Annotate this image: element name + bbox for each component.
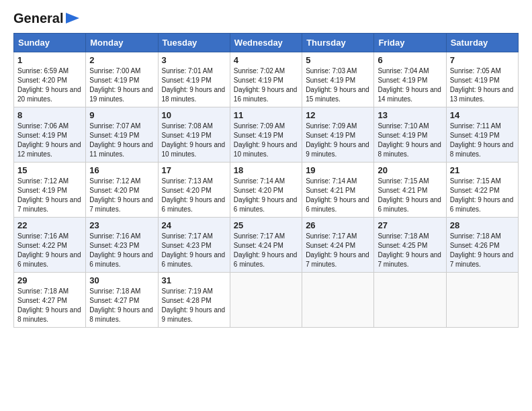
table-row: 7Sunrise: 7:05 AM Sunset: 4:19 PM Daylig…	[446, 52, 518, 107]
table-row: 30Sunrise: 7:18 AM Sunset: 4:27 PM Dayli…	[86, 273, 158, 328]
table-row: 9Sunrise: 7:07 AM Sunset: 4:19 PM Daylig…	[86, 107, 158, 163]
table-row: 21Sunrise: 7:15 AM Sunset: 4:22 PM Dayli…	[446, 163, 518, 218]
day-number: 29	[17, 275, 82, 285]
day-number: 26	[306, 220, 370, 230]
day-info: Sunrise: 7:06 AM Sunset: 4:19 PM Dayligh…	[17, 122, 81, 158]
col-header-sunday: Sunday	[14, 34, 86, 52]
table-row: 31Sunrise: 7:19 AM Sunset: 4:28 PM Dayli…	[158, 273, 230, 328]
calendar-header-row: SundayMondayTuesdayWednesdayThursdayFrid…	[14, 34, 519, 52]
table-row: 16Sunrise: 7:12 AM Sunset: 4:20 PM Dayli…	[86, 163, 158, 218]
day-info: Sunrise: 7:18 AM Sunset: 4:27 PM Dayligh…	[17, 287, 81, 323]
day-number: 27	[378, 220, 442, 230]
day-info: Sunrise: 7:09 AM Sunset: 4:19 PM Dayligh…	[234, 122, 298, 158]
day-info: Sunrise: 7:16 AM Sunset: 4:22 PM Dayligh…	[17, 232, 81, 268]
day-number: 23	[89, 220, 154, 230]
calendar-week-row: 29Sunrise: 7:18 AM Sunset: 4:27 PM Dayli…	[14, 273, 519, 328]
table-row: 3Sunrise: 7:01 AM Sunset: 4:19 PM Daylig…	[158, 52, 230, 107]
day-number: 12	[306, 110, 370, 120]
table-row: 2Sunrise: 7:00 AM Sunset: 4:19 PM Daylig…	[86, 52, 158, 107]
day-info: Sunrise: 7:17 AM Sunset: 4:23 PM Dayligh…	[162, 232, 226, 268]
calendar-week-row: 22Sunrise: 7:16 AM Sunset: 4:22 PM Dayli…	[14, 218, 519, 273]
day-info: Sunrise: 6:59 AM Sunset: 4:20 PM Dayligh…	[17, 67, 81, 103]
day-number: 20	[378, 165, 442, 175]
table-row: 24Sunrise: 7:17 AM Sunset: 4:23 PM Dayli…	[158, 218, 230, 273]
day-number: 6	[378, 55, 442, 65]
svg-marker-0	[66, 13, 79, 24]
col-header-monday: Monday	[86, 34, 158, 52]
day-number: 9	[89, 110, 154, 120]
logo-general-text: General	[13, 11, 63, 26]
day-info: Sunrise: 7:17 AM Sunset: 4:24 PM Dayligh…	[306, 232, 369, 268]
table-row: 8Sunrise: 7:06 AM Sunset: 4:19 PM Daylig…	[14, 107, 86, 163]
day-info: Sunrise: 7:04 AM Sunset: 4:19 PM Dayligh…	[378, 67, 441, 103]
day-number: 17	[162, 165, 226, 175]
day-number: 19	[306, 165, 370, 175]
day-info: Sunrise: 7:01 AM Sunset: 4:19 PM Dayligh…	[162, 67, 226, 103]
day-info: Sunrise: 7:08 AM Sunset: 4:19 PM Dayligh…	[162, 122, 226, 158]
day-number: 4	[234, 55, 298, 65]
day-number: 5	[306, 55, 370, 65]
header: General	[13, 11, 519, 26]
table-row: 22Sunrise: 7:16 AM Sunset: 4:22 PM Dayli…	[14, 218, 86, 273]
table-row: 17Sunrise: 7:13 AM Sunset: 4:20 PM Dayli…	[158, 163, 230, 218]
day-number: 25	[234, 220, 298, 230]
day-info: Sunrise: 7:15 AM Sunset: 4:21 PM Dayligh…	[378, 177, 441, 213]
day-info: Sunrise: 7:03 AM Sunset: 4:19 PM Dayligh…	[306, 67, 369, 103]
table-row	[230, 273, 302, 328]
col-header-tuesday: Tuesday	[158, 34, 230, 52]
col-header-friday: Friday	[374, 34, 446, 52]
day-number: 31	[162, 275, 226, 285]
day-number: 14	[450, 110, 515, 120]
table-row: 28Sunrise: 7:18 AM Sunset: 4:26 PM Dayli…	[446, 218, 518, 273]
day-info: Sunrise: 7:12 AM Sunset: 4:20 PM Dayligh…	[89, 177, 153, 213]
day-info: Sunrise: 7:13 AM Sunset: 4:20 PM Dayligh…	[162, 177, 226, 213]
day-info: Sunrise: 7:16 AM Sunset: 4:23 PM Dayligh…	[89, 232, 153, 268]
day-number: 16	[89, 165, 154, 175]
day-number: 28	[450, 220, 515, 230]
table-row	[374, 273, 446, 328]
table-row: 29Sunrise: 7:18 AM Sunset: 4:27 PM Dayli…	[14, 273, 86, 328]
day-info: Sunrise: 7:12 AM Sunset: 4:19 PM Dayligh…	[17, 177, 81, 213]
calendar-week-row: 8Sunrise: 7:06 AM Sunset: 4:19 PM Daylig…	[14, 107, 519, 163]
day-number: 15	[17, 165, 82, 175]
table-row: 26Sunrise: 7:17 AM Sunset: 4:24 PM Dayli…	[302, 218, 374, 273]
day-number: 22	[17, 220, 82, 230]
table-row: 1Sunrise: 6:59 AM Sunset: 4:20 PM Daylig…	[14, 52, 86, 107]
day-number: 13	[378, 110, 442, 120]
table-row: 27Sunrise: 7:18 AM Sunset: 4:25 PM Dayli…	[374, 218, 446, 273]
table-row	[302, 273, 374, 328]
day-number: 7	[450, 55, 515, 65]
day-number: 11	[234, 110, 298, 120]
table-row: 20Sunrise: 7:15 AM Sunset: 4:21 PM Dayli…	[374, 163, 446, 218]
table-row: 5Sunrise: 7:03 AM Sunset: 4:19 PM Daylig…	[302, 52, 374, 107]
table-row: 25Sunrise: 7:17 AM Sunset: 4:24 PM Dayli…	[230, 218, 302, 273]
day-info: Sunrise: 7:15 AM Sunset: 4:22 PM Dayligh…	[450, 177, 514, 213]
day-info: Sunrise: 7:19 AM Sunset: 4:28 PM Dayligh…	[162, 287, 226, 323]
table-row: 12Sunrise: 7:09 AM Sunset: 4:19 PM Dayli…	[302, 107, 374, 163]
logo-flag-icon	[64, 13, 79, 24]
col-header-thursday: Thursday	[302, 34, 374, 52]
calendar-week-row: 1Sunrise: 6:59 AM Sunset: 4:20 PM Daylig…	[14, 52, 519, 107]
day-info: Sunrise: 7:18 AM Sunset: 4:26 PM Dayligh…	[450, 232, 514, 268]
table-row: 11Sunrise: 7:09 AM Sunset: 4:19 PM Dayli…	[230, 107, 302, 163]
day-info: Sunrise: 7:07 AM Sunset: 4:19 PM Dayligh…	[89, 122, 153, 158]
table-row: 23Sunrise: 7:16 AM Sunset: 4:23 PM Dayli…	[86, 218, 158, 273]
day-number: 30	[89, 275, 154, 285]
table-row: 6Sunrise: 7:04 AM Sunset: 4:19 PM Daylig…	[374, 52, 446, 107]
day-info: Sunrise: 7:11 AM Sunset: 4:19 PM Dayligh…	[450, 122, 514, 158]
day-info: Sunrise: 7:18 AM Sunset: 4:25 PM Dayligh…	[378, 232, 441, 268]
table-row: 14Sunrise: 7:11 AM Sunset: 4:19 PM Dayli…	[446, 107, 518, 163]
table-row: 4Sunrise: 7:02 AM Sunset: 4:19 PM Daylig…	[230, 52, 302, 107]
day-info: Sunrise: 7:09 AM Sunset: 4:19 PM Dayligh…	[306, 122, 369, 158]
day-info: Sunrise: 7:17 AM Sunset: 4:24 PM Dayligh…	[234, 232, 298, 268]
col-header-saturday: Saturday	[446, 34, 518, 52]
day-info: Sunrise: 7:10 AM Sunset: 4:19 PM Dayligh…	[378, 122, 441, 158]
day-info: Sunrise: 7:14 AM Sunset: 4:21 PM Dayligh…	[306, 177, 369, 213]
table-row: 13Sunrise: 7:10 AM Sunset: 4:19 PM Dayli…	[374, 107, 446, 163]
day-number: 24	[162, 220, 226, 230]
calendar-week-row: 15Sunrise: 7:12 AM Sunset: 4:19 PM Dayli…	[14, 163, 519, 218]
day-number: 21	[450, 165, 515, 175]
calendar-table: SundayMondayTuesdayWednesdayThursdayFrid…	[13, 33, 519, 328]
day-number: 10	[162, 110, 226, 120]
day-number: 18	[234, 165, 298, 175]
